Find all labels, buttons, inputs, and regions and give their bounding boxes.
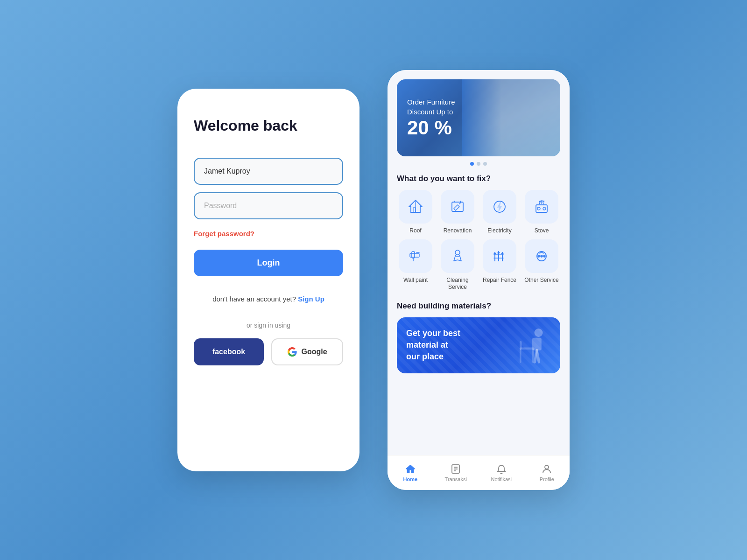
stove-label: Stove (535, 227, 549, 235)
home-screen: Order FurnitureDiscount Up to 20 % What … (388, 70, 570, 490)
svg-point-28 (535, 329, 543, 337)
roof-icon (407, 198, 424, 215)
materials-text: Get your bestmaterial atour place (406, 328, 460, 363)
transaksi-nav-label: Transaksi (445, 476, 467, 482)
login-button[interactable]: Login (194, 250, 343, 276)
google-button[interactable]: Google (271, 338, 343, 365)
username-input[interactable] (194, 158, 343, 185)
other-icon (533, 248, 550, 265)
bottom-nav: Home Transaksi Notifikasi (388, 455, 570, 490)
service-roof[interactable]: Roof (397, 190, 434, 235)
svg-rect-2 (413, 208, 416, 212)
svg-point-9 (543, 207, 546, 210)
services-section-title: What do you want to fix? (397, 174, 560, 183)
roof-label: Roof (409, 227, 421, 235)
svg-point-8 (537, 207, 540, 210)
nav-transaksi[interactable]: Transaksi (442, 463, 470, 482)
renovation-icon-box (441, 190, 474, 224)
login-form: Forget password? Login (194, 158, 343, 276)
svg-point-25 (538, 255, 540, 257)
banner-subtitle: Order FurnitureDiscount Up to (407, 97, 455, 117)
service-fence[interactable]: Repair Fence (481, 239, 518, 291)
service-electricity[interactable]: Electricity (481, 190, 518, 235)
svg-rect-33 (520, 341, 522, 350)
profile-nav-label: Profile (540, 476, 554, 482)
stove-icon (533, 198, 550, 215)
svg-marker-22 (498, 252, 500, 253)
promo-banner[interactable]: Order FurnitureDiscount Up to 20 % (397, 79, 560, 156)
nav-home[interactable]: Home (396, 463, 424, 482)
wallpaint-icon-box (399, 239, 432, 273)
signup-link[interactable]: Sign Up (298, 295, 324, 303)
cleaning-icon-box (441, 239, 474, 273)
social-buttons: facebook Google (194, 338, 343, 365)
other-label: Other Service (524, 277, 558, 284)
signup-prompt: don't have an account yet? Sign Up (212, 295, 324, 303)
svg-marker-6 (498, 202, 501, 211)
notifikasi-nav-icon (496, 463, 507, 475)
service-stove[interactable]: Stove (523, 190, 560, 235)
renovation-label: Renovation (444, 227, 472, 235)
svg-rect-3 (452, 202, 463, 211)
renovation-icon (449, 198, 466, 215)
cleaning-label: Cleaning Service (439, 277, 476, 291)
login-screen: Welcome back Forget password? Login don'… (177, 89, 359, 471)
wallpaint-label: Wall paint (403, 277, 428, 284)
stove-icon-box (525, 190, 558, 224)
banner-inner: Order FurnitureDiscount Up to 20 % (397, 79, 560, 156)
electricity-icon (491, 198, 508, 215)
materials-figure (514, 324, 551, 366)
svg-rect-32 (520, 347, 535, 350)
home-nav-icon (405, 463, 416, 475)
materials-section-title: Need building materials? (397, 301, 560, 311)
nav-profile[interactable]: Profile (533, 463, 561, 482)
cleaning-icon (449, 248, 466, 265)
fence-label: Repair Fence (483, 277, 516, 284)
roof-icon-box (399, 190, 432, 224)
profile-nav-icon (541, 463, 552, 475)
service-wallpaint[interactable]: Wall paint (397, 239, 434, 291)
dot-3[interactable] (483, 162, 487, 166)
fence-icon (491, 248, 508, 265)
svg-line-4 (459, 203, 461, 204)
fence-icon-box (483, 239, 516, 273)
forget-password-link[interactable]: Forget password? (194, 230, 343, 238)
service-other[interactable]: Other Service (523, 239, 560, 291)
svg-point-26 (541, 255, 543, 257)
service-cleaning[interactable]: Cleaning Service (439, 239, 476, 291)
service-renovation[interactable]: Renovation (439, 190, 476, 235)
notifikasi-nav-label: Notifikasi (491, 476, 512, 482)
svg-marker-23 (501, 252, 503, 254)
home-content: Order FurnitureDiscount Up to 20 % What … (388, 70, 570, 455)
google-icon (287, 347, 297, 357)
svg-point-40 (545, 465, 549, 469)
home-nav-label: Home (403, 476, 417, 482)
banner-text: Order FurnitureDiscount Up to 20 % (407, 97, 455, 139)
wallpaint-icon (407, 248, 424, 265)
banner-dots (397, 162, 560, 166)
other-icon-box (525, 239, 558, 273)
banner-discount: 20 % (407, 117, 455, 139)
svg-point-27 (543, 255, 545, 257)
transaksi-nav-icon (450, 463, 461, 475)
dot-2[interactable] (477, 162, 480, 166)
facebook-button[interactable]: facebook (194, 338, 264, 365)
electricity-icon-box (483, 190, 516, 224)
svg-point-14 (455, 250, 460, 255)
dot-1[interactable] (470, 162, 474, 166)
nav-notifikasi[interactable]: Notifikasi (487, 463, 515, 482)
materials-banner[interactable]: Get your bestmaterial atour place (397, 317, 560, 373)
password-input[interactable] (194, 192, 343, 219)
svg-marker-21 (494, 252, 496, 254)
electricity-label: Electricity (487, 227, 511, 235)
svg-line-31 (537, 350, 539, 362)
or-text: or sign in using (247, 322, 290, 329)
services-grid: Roof Renovation (397, 190, 560, 291)
login-title: Welcome back (194, 117, 343, 134)
